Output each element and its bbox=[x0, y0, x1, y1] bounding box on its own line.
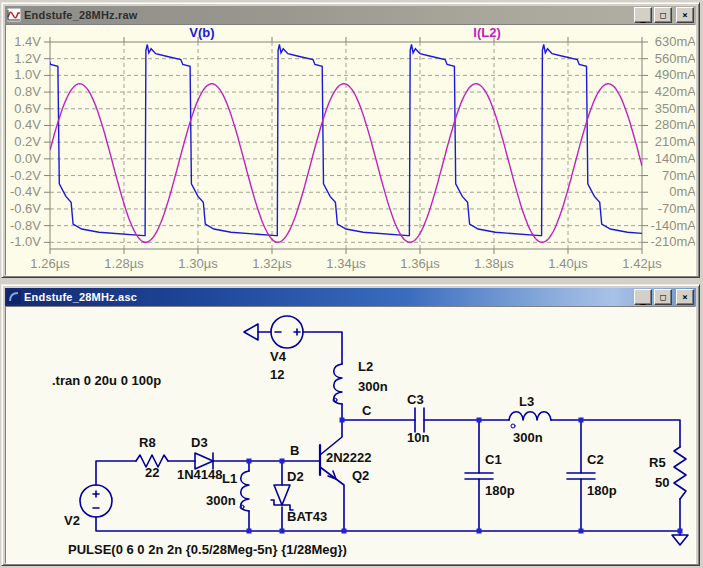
x-tick-label: 1.28µs bbox=[104, 256, 144, 271]
C3-name[interactable]: C3 bbox=[407, 392, 424, 407]
L2-value[interactable]: 300n bbox=[358, 379, 388, 394]
y-right-tick-label: 0mA bbox=[669, 184, 696, 199]
y-right-tick-label: 280mA bbox=[655, 117, 696, 132]
L1-value[interactable]: 300n bbox=[206, 493, 236, 508]
y-right-tick-label: -70mA bbox=[658, 201, 696, 216]
V4-name[interactable]: V4 bbox=[270, 349, 287, 364]
D3-name[interactable]: D3 bbox=[191, 435, 208, 450]
C1-value[interactable]: 180p bbox=[485, 483, 515, 498]
y-left-tick-label: 1.0V bbox=[14, 67, 41, 82]
y-left-tick-label: 0.2V bbox=[14, 134, 41, 149]
ground-symbol-left[interactable] bbox=[244, 324, 258, 340]
minimize-button[interactable]: _ bbox=[634, 289, 652, 305]
x-tick-label: 1.42µs bbox=[622, 256, 662, 271]
inductor-L3[interactable] bbox=[509, 412, 551, 428]
y-left-tick-label: 0.4V bbox=[14, 117, 41, 132]
close-button[interactable]: × bbox=[676, 7, 694, 23]
axis-labels: 1.4V1.2V1.0V0.8V0.6V0.4V0.2V0.0V-0.2V-0.… bbox=[10, 34, 696, 271]
waveform-trace-icon bbox=[7, 8, 21, 22]
y-right-tick-label: 630mA bbox=[655, 34, 696, 49]
y-left-tick-label: 0.8V bbox=[14, 84, 41, 99]
y-left-tick-label: 1.2V bbox=[14, 51, 41, 66]
L2-name[interactable]: L2 bbox=[358, 359, 373, 374]
capacitor-C1[interactable] bbox=[465, 473, 493, 479]
x-tick-label: 1.36µs bbox=[400, 256, 440, 271]
y-left-tick-label: -0.4V bbox=[10, 184, 41, 199]
y-right-tick-label: 490mA bbox=[655, 67, 696, 82]
y-left-tick-label: -1.0V bbox=[10, 234, 41, 249]
waveform-window-controls: _ □ × bbox=[634, 7, 694, 23]
pulse-directive[interactable]: PULSE(0 6 0 2n 2n {0.5/28Meg-5n} {1/28Me… bbox=[68, 542, 347, 557]
capacitor-C3[interactable] bbox=[415, 408, 424, 432]
waveform-window: Endstufe_28MHz.raw _ □ × 1.4V1.2V1.0V0.8… bbox=[1, 2, 700, 278]
x-tick-label: 1.26µs bbox=[30, 256, 70, 271]
R8-value[interactable]: 22 bbox=[145, 465, 159, 480]
vsource-V4[interactable] bbox=[271, 316, 303, 348]
schematic-canvas[interactable]: .tran 0 20u 0 100p PULSE(0 6 0 2n 2n {0.… bbox=[6, 307, 696, 563]
y-left-tick-label: -0.8V bbox=[10, 218, 41, 233]
waveform-titlebar[interactable]: Endstufe_28MHz.raw _ □ × bbox=[5, 6, 696, 24]
y-right-tick-label: 210mA bbox=[655, 134, 696, 149]
waveform-plot-canvas[interactable]: 1.4V1.2V1.0V0.8V0.6V0.4V0.2V0.0V-0.2V-0.… bbox=[6, 25, 696, 275]
tran-directive[interactable]: .tran 0 20u 0 100p bbox=[52, 373, 161, 388]
schematic-window-title: Endstufe_28MHz.asc bbox=[24, 291, 631, 303]
legend-I(L2)[interactable]: I(L2) bbox=[473, 25, 500, 40]
L1-name[interactable]: L1 bbox=[222, 471, 237, 486]
R5-name[interactable]: R5 bbox=[649, 455, 666, 470]
R5-value[interactable]: 50 bbox=[655, 475, 669, 490]
node-label-B[interactable]: B bbox=[290, 443, 299, 458]
V4-value[interactable]: 12 bbox=[270, 367, 284, 382]
close-button[interactable]: × bbox=[676, 289, 694, 305]
D2-value[interactable]: BAT43 bbox=[287, 509, 327, 524]
L3-value[interactable]: 300n bbox=[513, 430, 543, 445]
inductor-L1[interactable] bbox=[240, 471, 249, 511]
schematic-sheet-icon bbox=[7, 290, 21, 304]
maximize-button[interactable]: □ bbox=[654, 289, 672, 305]
y-left-tick-label: -0.6V bbox=[10, 201, 41, 216]
x-tick-label: 1.38µs bbox=[474, 256, 514, 271]
grid-lines bbox=[50, 42, 642, 249]
y-left-tick-label: 0.0V bbox=[14, 151, 41, 166]
traces bbox=[6, 45, 696, 243]
resistor-R5[interactable] bbox=[674, 447, 686, 499]
y-right-tick-label: 420mA bbox=[655, 84, 696, 99]
y-right-tick-label: -140mA bbox=[650, 218, 696, 233]
R8-name[interactable]: R8 bbox=[139, 435, 156, 450]
y-right-tick-label: -210mA bbox=[650, 234, 696, 249]
y-left-tick-label: 1.4V bbox=[14, 34, 41, 49]
x-tick-label: 1.34µs bbox=[326, 256, 366, 271]
y-right-tick-label: 350mA bbox=[655, 101, 696, 116]
waveform-plot-area[interactable]: 1.4V1.2V1.0V0.8V0.6V0.4V0.2V0.0V-0.2V-0.… bbox=[5, 24, 696, 276]
C2-value[interactable]: 180p bbox=[587, 483, 617, 498]
node-label-C[interactable]: C bbox=[362, 403, 372, 418]
D2-name[interactable]: D2 bbox=[287, 469, 304, 484]
schematic-window: Endstufe_28MHz.asc _ □ × bbox=[1, 284, 700, 566]
C2-name[interactable]: C2 bbox=[587, 452, 604, 467]
D3-value[interactable]: 1N4148 bbox=[177, 467, 223, 482]
x-tick-label: 1.40µs bbox=[548, 256, 588, 271]
maximize-button[interactable]: □ bbox=[654, 7, 672, 23]
minimize-button[interactable]: _ bbox=[634, 7, 652, 23]
y-right-tick-label: 140mA bbox=[655, 151, 696, 166]
Q2-name[interactable]: Q2 bbox=[352, 468, 369, 483]
capacitor-C2[interactable] bbox=[567, 473, 595, 479]
ground-symbol-right[interactable] bbox=[672, 535, 688, 545]
vsource-V2[interactable] bbox=[80, 485, 112, 517]
trace-V(b)[interactable] bbox=[6, 45, 696, 236]
V2-name[interactable]: V2 bbox=[64, 513, 80, 528]
legend-V(b)[interactable]: V(b) bbox=[189, 25, 214, 40]
inductor-L2[interactable] bbox=[333, 364, 342, 404]
waveform-window-title: Endstufe_28MHz.raw bbox=[24, 9, 631, 21]
ltspice-desktop: { "colors": { "desktop": "#D4D0C8", "plo… bbox=[0, 0, 703, 568]
C3-value[interactable]: 10n bbox=[407, 430, 429, 445]
wires bbox=[96, 332, 680, 535]
Q2-value[interactable]: 2N2222 bbox=[326, 450, 372, 465]
C1-name[interactable]: C1 bbox=[485, 452, 502, 467]
x-tick-label: 1.32µs bbox=[252, 256, 292, 271]
schematic-titlebar[interactable]: Endstufe_28MHz.asc _ □ × bbox=[5, 288, 696, 306]
schematic-canvas-area[interactable]: .tran 0 20u 0 100p PULSE(0 6 0 2n 2n {0.… bbox=[5, 306, 696, 564]
y-left-tick-label: 0.6V bbox=[14, 101, 41, 116]
y-right-tick-label: 70mA bbox=[662, 168, 696, 183]
L3-name[interactable]: L3 bbox=[519, 394, 534, 409]
schematic-window-controls: _ □ × bbox=[634, 289, 694, 305]
